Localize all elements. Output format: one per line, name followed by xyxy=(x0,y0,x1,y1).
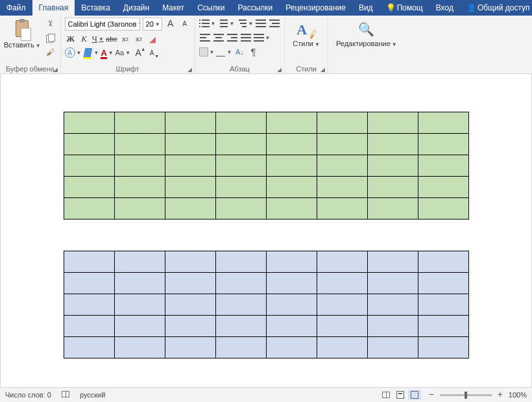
highlight-button[interactable]: ▼ xyxy=(83,47,99,58)
table-cell[interactable] xyxy=(418,273,468,294)
justify-button[interactable] xyxy=(240,32,252,44)
zoom-out-button[interactable]: − xyxy=(427,390,436,399)
table-cell[interactable] xyxy=(64,134,114,155)
table-cell[interactable] xyxy=(418,337,468,358)
table-cell[interactable] xyxy=(266,198,317,220)
table-cell[interactable] xyxy=(114,198,165,220)
bullets-button[interactable]: ▼ xyxy=(199,18,216,29)
table-cell[interactable] xyxy=(317,177,367,198)
table-cell[interactable] xyxy=(165,177,215,198)
share-button[interactable]: 👤Общий доступ xyxy=(460,0,532,16)
menu-insert[interactable]: Вставка xyxy=(75,0,117,16)
table-cell[interactable] xyxy=(317,112,367,134)
table-cell[interactable] xyxy=(367,198,418,220)
content-table[interactable] xyxy=(64,112,469,220)
align-left-button[interactable] xyxy=(199,32,211,44)
table-cell[interactable] xyxy=(317,316,367,337)
clipboard-launcher[interactable]: ◢ xyxy=(53,66,58,73)
table-cell[interactable] xyxy=(165,337,215,358)
table-cell[interactable] xyxy=(317,273,367,294)
table-cell[interactable] xyxy=(418,155,468,177)
table-cell[interactable] xyxy=(266,294,317,316)
table-cell[interactable] xyxy=(114,251,165,273)
table-cell[interactable] xyxy=(215,294,266,316)
change-case-button[interactable]: Aa▼ xyxy=(115,47,130,58)
sort-button[interactable]: A↓ xyxy=(234,46,245,58)
table-cell[interactable] xyxy=(64,112,114,134)
table-cell[interactable] xyxy=(165,134,215,155)
line-spacing-button[interactable]: ▼ xyxy=(254,32,271,44)
multilevel-button[interactable]: ▼ xyxy=(236,18,253,29)
table-cell[interactable] xyxy=(64,316,114,337)
menu-design[interactable]: Дизайн xyxy=(117,0,156,16)
editing-button[interactable]: 🔍 Редактирование▼ xyxy=(332,18,401,49)
print-layout-button[interactable] xyxy=(394,390,407,400)
align-right-button[interactable] xyxy=(226,32,238,44)
format-painter-button[interactable]: 🖌 xyxy=(45,46,56,58)
tell-me[interactable]: 💡Помощ xyxy=(380,0,429,16)
table-cell[interactable] xyxy=(114,273,165,294)
cut-button[interactable]: ✂ xyxy=(45,18,56,29)
table-cell[interactable] xyxy=(317,337,367,358)
table-cell[interactable] xyxy=(215,177,266,198)
borders-button[interactable]: ▼ xyxy=(216,46,232,58)
table-cell[interactable] xyxy=(215,337,266,358)
font-name-combo[interactable]: Calibri Light (Заголов▼ xyxy=(65,18,140,31)
table-cell[interactable] xyxy=(266,134,317,155)
table-cell[interactable] xyxy=(215,273,266,294)
subscript-button[interactable]: x2 xyxy=(119,33,131,45)
table-cell[interactable] xyxy=(266,316,317,337)
numbering-button[interactable]: ▼ xyxy=(217,18,234,29)
table-cell[interactable] xyxy=(367,112,418,134)
font-color-button[interactable]: A▼ xyxy=(101,47,113,58)
table-cell[interactable] xyxy=(114,155,165,177)
word-count[interactable]: Число слов: 0 xyxy=(5,391,51,399)
menu-references[interactable]: Ссылки xyxy=(191,0,231,16)
table-cell[interactable] xyxy=(165,155,215,177)
zoom-thumb[interactable] xyxy=(465,392,467,399)
paragraph-launcher[interactable]: ◢ xyxy=(277,66,282,73)
table-cell[interactable] xyxy=(266,337,317,358)
table-cell[interactable] xyxy=(215,112,266,134)
table-cell[interactable] xyxy=(114,316,165,337)
vertical-scrollbar[interactable] xyxy=(522,77,531,384)
grow-font-button[interactable]: A xyxy=(165,18,176,29)
table-cell[interactable] xyxy=(114,177,165,198)
table-cell[interactable] xyxy=(418,134,468,155)
font-launcher[interactable]: ◢ xyxy=(187,66,192,73)
align-center-button[interactable] xyxy=(213,32,224,44)
table-cell[interactable] xyxy=(418,112,468,134)
content-table[interactable] xyxy=(64,251,469,358)
table-cell[interactable] xyxy=(114,294,165,316)
table-cell[interactable] xyxy=(64,251,114,273)
table-cell[interactable] xyxy=(266,112,317,134)
table-cell[interactable] xyxy=(418,316,468,337)
language-button[interactable]: русский xyxy=(80,391,105,399)
table-cell[interactable] xyxy=(64,198,114,220)
table-cell[interactable] xyxy=(317,198,367,220)
table-cell[interactable] xyxy=(165,198,215,220)
table-cell[interactable] xyxy=(165,112,215,134)
paste-icon[interactable] xyxy=(13,19,31,41)
table-cell[interactable] xyxy=(367,177,418,198)
table-cell[interactable] xyxy=(165,251,215,273)
strikethrough-button[interactable]: abc xyxy=(106,33,117,45)
decrease-indent-button[interactable] xyxy=(255,18,267,29)
underline-button[interactable]: Ч▼ xyxy=(92,33,104,45)
table-cell[interactable] xyxy=(266,251,317,273)
increase-indent-button[interactable] xyxy=(269,18,280,29)
table-cell[interactable] xyxy=(317,155,367,177)
styles-button[interactable]: A🖌 Стили▼ xyxy=(289,18,324,49)
table-cell[interactable] xyxy=(215,134,266,155)
table-cell[interactable] xyxy=(64,155,114,177)
table-cell[interactable] xyxy=(418,294,468,316)
table-cell[interactable] xyxy=(418,177,468,198)
menu-mailings[interactable]: Рассылки xyxy=(231,0,279,16)
read-mode-button[interactable] xyxy=(380,390,393,400)
table-cell[interactable] xyxy=(165,273,215,294)
spellcheck-button[interactable] xyxy=(62,391,69,399)
sign-in[interactable]: Вход xyxy=(429,0,460,16)
table-cell[interactable] xyxy=(418,198,468,220)
table-cell[interactable] xyxy=(367,294,418,316)
table-cell[interactable] xyxy=(266,177,317,198)
